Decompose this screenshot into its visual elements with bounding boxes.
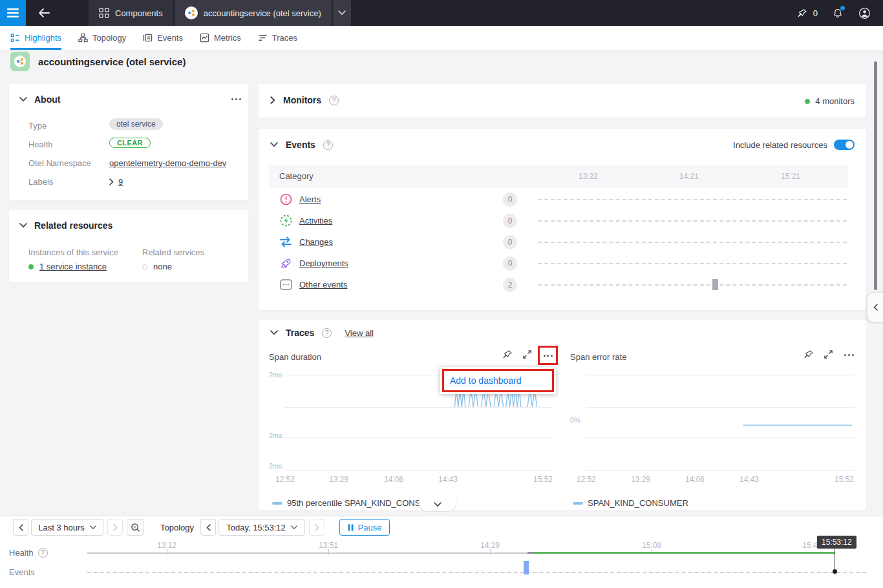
span-error-pin-button[interactable]: [803, 349, 814, 360]
tab-traces[interactable]: Traces: [258, 26, 297, 50]
chevron-down-icon: [291, 525, 297, 530]
service-share-icon: [185, 6, 198, 19]
chevron-down-icon: [434, 502, 442, 507]
tab-topology[interactable]: Topology: [78, 26, 126, 50]
empty-status-dot: [142, 264, 147, 269]
span-duration-pin-button[interactable]: [502, 349, 513, 360]
tab-highlights[interactable]: Highlights: [10, 26, 61, 50]
time-header-1: 13:22: [579, 172, 598, 181]
time-forward-button[interactable]: [309, 519, 324, 536]
playhead-dot[interactable]: [833, 569, 837, 574]
collapse-chevron-icon[interactable]: [270, 142, 278, 147]
top-bar: Components accountingservice (otel servi…: [0, 0, 883, 26]
zoom-out-icon: [131, 523, 140, 532]
events-icon: [143, 33, 153, 43]
span-duration-menu-button[interactable]: [544, 355, 553, 357]
health-badge: CLEAR: [109, 138, 151, 148]
service-instance-link[interactable]: 1 service instance: [39, 262, 107, 271]
time-header-2: 14:21: [679, 172, 699, 181]
monitors-card: Monitors ? 4 monitors: [259, 84, 866, 118]
event-row-activities: Activities 0: [259, 214, 866, 228]
current-time-dropdown[interactable]: Today, 15:53:12: [218, 519, 305, 536]
legend-swatch: [573, 502, 583, 505]
about-menu-button[interactable]: [231, 98, 241, 100]
tab-entity[interactable]: accountingservice (otel service): [175, 0, 332, 26]
namespace-link[interactable]: opentelemetry-demo-demo-dev: [109, 158, 226, 168]
time-back-button[interactable]: [200, 519, 216, 536]
hamburger-menu-icon[interactable]: [0, 0, 26, 26]
events-title: Events: [286, 140, 315, 150]
related-resources-card: Related resources Instances of this serv…: [9, 210, 248, 282]
tab-events[interactable]: Events: [143, 26, 183, 50]
collapse-chevron-icon[interactable]: [19, 97, 27, 102]
other-events-timeline: [538, 284, 847, 286]
health-timeline-unknown[interactable]: [87, 552, 529, 554]
collapse-chevron-icon[interactable]: [19, 223, 27, 228]
traces-help-icon[interactable]: ?: [322, 328, 332, 338]
activity-icon: [280, 215, 292, 227]
include-related-toggle[interactable]: [834, 140, 855, 150]
range-back-button[interactable]: [13, 519, 28, 536]
playhead-line[interactable]: [835, 549, 835, 571]
span-duration-expand-button[interactable]: [522, 350, 532, 359]
deployments-link[interactable]: Deployments: [299, 258, 348, 268]
back-button[interactable]: [26, 0, 62, 26]
tab-topology-label: Topology: [92, 33, 126, 43]
activities-link[interactable]: Activities: [299, 216, 332, 226]
collapse-section-handle[interactable]: [419, 498, 456, 512]
side-panel-handle[interactable]: [867, 292, 883, 322]
timeline-tick: 14:29: [480, 541, 500, 550]
pin-count: 0: [813, 8, 818, 18]
event-marker-bar[interactable]: [524, 561, 529, 574]
span-error-series: [586, 375, 855, 470]
health-timeline-clear[interactable]: [533, 552, 835, 554]
pause-button[interactable]: Pause: [339, 519, 390, 536]
entity-type-icon: [10, 52, 30, 71]
span-error-expand-button[interactable]: [824, 350, 833, 359]
other-events-icon: [280, 279, 292, 290]
page-title: accountingservice (otel service): [38, 56, 186, 67]
add-to-dashboard-menu-item[interactable]: Add to dashboard: [442, 369, 554, 392]
monitors-status-dot: [805, 99, 810, 104]
alerts-link[interactable]: Alerts: [299, 194, 321, 204]
notifications-button[interactable]: [832, 7, 844, 19]
vertical-scrollbar[interactable]: [874, 61, 877, 290]
zoom-out-button[interactable]: [127, 519, 144, 536]
user-avatar-button[interactable]: [858, 6, 871, 20]
timeline-tick: 13:51: [319, 541, 338, 550]
instances-label: Instances of this service: [28, 247, 118, 257]
other-events-bar[interactable]: [712, 279, 718, 290]
about-type-label: Type: [28, 121, 47, 131]
health-help-icon[interactable]: ?: [38, 548, 48, 558]
category-column-header: Category: [279, 171, 314, 181]
x-tick: 13:29: [631, 475, 650, 484]
events-timeline[interactable]: [87, 572, 866, 573]
event-row-deployments: Deployments 0: [259, 257, 866, 271]
timeline-bar: Last 3 hours Topology Today, 15:53:12 Pa…: [0, 516, 883, 588]
changes-timeline: [538, 242, 847, 243]
current-time-tooltip: 15:53:12: [817, 536, 856, 549]
changes-count-badge: 0: [503, 235, 517, 249]
span-error-menu-button[interactable]: [844, 354, 854, 356]
changes-link[interactable]: Changes: [299, 237, 333, 247]
collapse-chevron-icon[interactable]: [270, 330, 278, 335]
related-services-label: Related services: [142, 247, 204, 257]
expand-chevron-icon[interactable]: [109, 178, 114, 185]
timeline-tick: 15:4: [802, 541, 817, 550]
labels-count-link[interactable]: 9: [118, 177, 123, 187]
pinned-items-button[interactable]: 0: [797, 8, 818, 19]
time-range-dropdown[interactable]: Last 3 hours: [31, 519, 103, 536]
view-all-link[interactable]: View all: [345, 328, 374, 338]
other-events-link[interactable]: Other events: [299, 280, 347, 289]
expand-chevron-icon[interactable]: [270, 96, 275, 104]
alert-icon: [280, 193, 292, 205]
range-forward-button[interactable]: [107, 519, 123, 536]
about-health-label: Health: [28, 140, 53, 149]
tab-dropdown-chevron-icon[interactable]: [333, 0, 351, 26]
tab-metrics[interactable]: Metrics: [200, 26, 241, 50]
monitors-help-icon[interactable]: ?: [329, 96, 339, 105]
tab-components[interactable]: Components: [89, 0, 173, 26]
arrow-left-icon: [38, 8, 50, 18]
x-tick: 12:52: [275, 475, 295, 484]
events-help-icon[interactable]: ?: [323, 140, 333, 150]
